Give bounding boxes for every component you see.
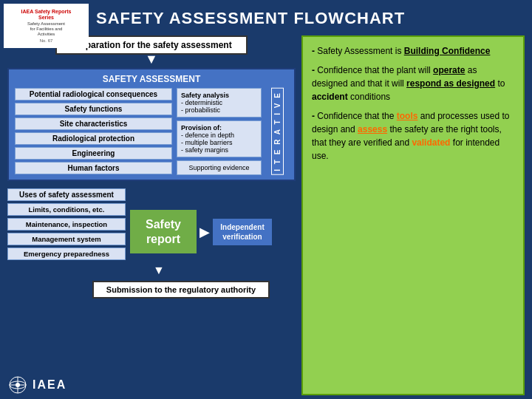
right-point-2: - Confidence that the plant will operate…	[312, 64, 514, 103]
indep-verif-box: Independent verification	[213, 219, 272, 245]
rp1-bold: Building Confidence	[404, 46, 491, 56]
sa-iterative-col: I T E R A T I V E	[266, 88, 288, 175]
safety-report-label: Safety report	[141, 217, 185, 245]
sa-supporting-box: Supporting evidence	[177, 160, 262, 175]
rp3-assess: assess	[358, 124, 387, 134]
sa-middle: Safety analysis - deterministic - probab…	[177, 88, 262, 175]
rp2-bold2: respond as designed	[406, 78, 495, 89]
sa-inner: Potential radiological consequences Safe…	[15, 88, 288, 175]
logo-number: No. 67	[40, 38, 53, 43]
sa-item-6: Human factors	[15, 162, 172, 174]
sa-title: SAFETY ASSESSMENT	[15, 74, 288, 84]
rp3-tools: tools	[397, 111, 418, 121]
analysis-title: Safety analysis	[181, 92, 257, 99]
bottom-item-2: Maintenance, inspection	[7, 218, 126, 231]
sa-provision-box: Provision of: - defence in depth - multi…	[177, 120, 262, 157]
report-flow: Safety report ▶ Independent verification	[130, 203, 272, 260]
iaea-svg	[9, 376, 27, 394]
rp3-text: Confidence that the	[317, 111, 396, 121]
rp1-text: Safety Assessment is	[317, 46, 403, 56]
uses-box: Uses of safety assessment	[7, 188, 126, 201]
submission-area: ▼ Submission to the regulatory authority	[48, 264, 270, 299]
logo-subtext: Safety Assessmentfor Facilities andActiv…	[27, 21, 65, 38]
bottom-section: Uses of safety assessment Limits, condit…	[7, 188, 296, 299]
sa-item-2: Safety functions	[15, 103, 172, 115]
iterative-label: I T E R A T I V E	[271, 88, 284, 175]
sa-list: Potential radiological consequences Safe…	[15, 88, 172, 175]
right-panel: - Safety Assessment is Building Confiden…	[301, 35, 525, 395]
rp2-text: Confidence that the plant will	[317, 65, 433, 75]
bottom-item-3: Management system	[7, 233, 126, 245]
provision-title: Provision of:	[181, 124, 257, 132]
analysis-line1: - deterministic	[181, 99, 257, 106]
main-content: Preparation for the safety assessment ▼ …	[0, 35, 532, 399]
bottom-full: Uses of safety assessment Limits, condit…	[7, 188, 296, 299]
rp2-suffix: conditions	[350, 92, 390, 102]
bottom-left-col: Limits, conditions, etc. Maintenance, in…	[7, 203, 126, 260]
analysis-line2: - probabilistic	[181, 106, 257, 114]
left-panel: Preparation for the safety assessment ▼ …	[7, 35, 296, 395]
page-title: SAFETY ASSESSMENT FLOWCHART	[96, 9, 405, 27]
safety-report-box: Safety report	[130, 210, 197, 253]
right-point-3: - Confidence that the tools and processe…	[312, 109, 514, 163]
rp2-bold1: operate	[433, 65, 465, 75]
provision-line2: - multiple barriers	[181, 139, 257, 146]
rp3-validated: validated	[412, 137, 450, 148]
iaea-bottom-logo: IAEA	[7, 372, 296, 395]
prep-label: Preparation for the safety assessment	[71, 40, 231, 50]
sa-item-4: Radiological protection	[15, 132, 172, 145]
arrow-down-1: ▼	[145, 52, 158, 66]
iaea-icon	[7, 375, 28, 395]
iterative-text: I T E R A T I V E	[273, 92, 282, 171]
provision-line1: - defence in depth	[181, 132, 257, 139]
submission-label: Submission to the regulatory authority	[106, 285, 256, 294]
sa-item-3: Site characteristics	[15, 117, 172, 130]
indep-verif-label: Independent verification	[216, 222, 268, 242]
rp2-mid2: to	[497, 78, 505, 89]
logo-text: IAEA Safety ReportsSeries	[21, 9, 72, 21]
right-point-1: - Safety Assessment is Building Confiden…	[312, 44, 514, 58]
arrow-right: ▶	[200, 224, 210, 240]
provision-line3: - safety margins	[181, 146, 257, 154]
bottom-item-1: Limits, conditions, etc.	[7, 203, 126, 216]
bottom-inner: Limits, conditions, etc. Maintenance, in…	[7, 203, 272, 260]
iaea-label: IAEA	[33, 378, 66, 392]
bottom-item-4: Emergency preparedness	[7, 248, 126, 260]
sa-item-1: Potential radiological consequences	[15, 88, 172, 100]
supporting-text: Supporting evidence	[181, 164, 257, 171]
arrow-down-2: ▼	[153, 264, 165, 277]
sa-item-5: Engineering	[15, 147, 172, 160]
safety-assessment-block: SAFETY ASSESSMENT Potential radiological…	[7, 68, 296, 181]
rp2-bold3: accident	[312, 92, 348, 102]
iaea-logo-area: IAEA Safety ReportsSeries Safety Assessm…	[4, 4, 89, 48]
page: IAEA Safety ReportsSeries Safety Assessm…	[0, 0, 532, 399]
submission-box: Submission to the regulatory authority	[92, 281, 270, 299]
sa-analysis-box: Safety analysis - deterministic - probab…	[177, 88, 262, 117]
